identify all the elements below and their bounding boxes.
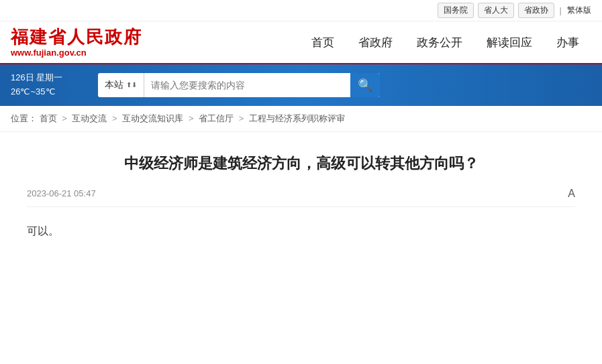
breadcrumb-sep-1: > — [62, 113, 69, 123]
logo-en: www.fujian.gov.cn — [11, 48, 142, 58]
logo-en-suffix: .gov.cn — [56, 48, 87, 58]
search-scope-arrow-icon: ⬆⬇ — [126, 81, 137, 88]
top-bar: 国务院 省人大 省政协 | 繁体版 — [0, 0, 602, 21]
font-size-icon[interactable]: A — [568, 188, 575, 200]
nav-home[interactable]: 首页 — [299, 29, 346, 56]
main-nav: 首页 省政府 政务公开 解读回应 办事 — [169, 29, 591, 56]
nav-service[interactable]: 办事 — [544, 29, 591, 56]
breadcrumb-sep-4: > — [239, 113, 246, 123]
breadcrumb-knowledge[interactable]: 互动交流知识库 — [122, 113, 183, 123]
banner-temp: 26℃~35℃ — [11, 85, 85, 99]
search-scope-select[interactable]: 本站 ⬆⬇ — [98, 73, 144, 97]
article-meta: 2023-06-21 05:47 A — [27, 188, 575, 207]
logo-area: 福建省人民政府 www.fujian.gov.cn — [11, 27, 142, 58]
breadcrumb-prefix: 位置： — [11, 113, 37, 123]
nav-government[interactable]: 省政府 — [346, 29, 405, 56]
search-icon: 🔍 — [358, 78, 372, 93]
article-title: 中级经济师是建筑经济方向，高级可以转其他方向吗？ — [27, 152, 575, 174]
shengzhengxie-btn[interactable]: 省政协 — [518, 3, 554, 18]
breadcrumb-home[interactable]: 首页 — [40, 113, 57, 123]
breadcrumb-interactive[interactable]: 互动交流 — [72, 113, 107, 123]
shengrendа-btn[interactable]: 省人大 — [478, 3, 514, 18]
search-button[interactable]: 🔍 — [350, 73, 380, 97]
breadcrumb-sep-2: > — [112, 113, 119, 123]
breadcrumb-sep-3: > — [189, 113, 196, 123]
article-date: 2023-06-21 05:47 — [27, 188, 96, 198]
banner-left: 126日 星期一 26℃~35℃ — [11, 71, 85, 99]
nav-affairs[interactable]: 政务公开 — [405, 29, 474, 56]
nav-interpret[interactable]: 解读回应 — [474, 29, 544, 56]
search-input[interactable] — [144, 73, 350, 97]
breadcrumb-dept[interactable]: 省工信厅 — [199, 113, 234, 123]
content-area: 中级经济师是建筑经济方向，高级可以转其他方向吗？ 2023-06-21 05:4… — [0, 132, 602, 262]
article-body: 可以。 — [27, 221, 575, 242]
logo-en-prefix: www. — [11, 48, 33, 58]
header: 福建省人民政府 www.fujian.gov.cn 首页 省政府 政务公开 解读… — [0, 21, 602, 64]
search-scope-label: 本站 — [105, 79, 123, 91]
blue-banner: 126日 星期一 26℃~35℃ 本站 ⬆⬇ 🔍 — [0, 64, 602, 106]
guowuyuan-btn[interactable]: 国务院 — [438, 3, 474, 18]
breadcrumb-current: 工程与经济系列职称评审 — [249, 113, 345, 123]
logo-cn: 福建省人民政府 — [11, 27, 142, 48]
search-area: 本站 ⬆⬇ 🔍 — [98, 73, 380, 97]
top-bar-divider: | — [560, 5, 562, 15]
banner-date: 126日 星期一 — [11, 71, 85, 85]
lang-switch[interactable]: 繁体版 — [567, 5, 591, 16]
breadcrumb-bar: 位置： 首页 > 互动交流 > 互动交流知识库 > 省工信厅 > 工程与经济系列… — [0, 106, 602, 132]
logo-en-brand: fujian — [33, 48, 56, 58]
